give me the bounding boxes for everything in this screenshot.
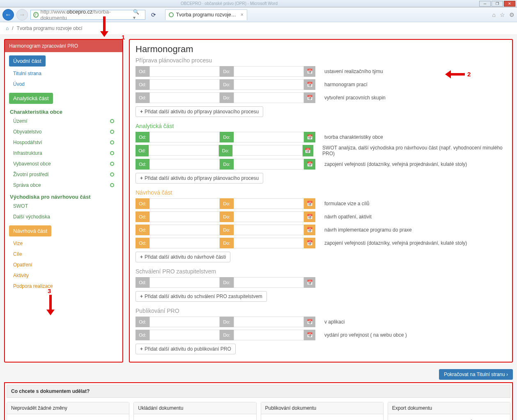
sidebar-badge-analytic[interactable]: Analytická část bbox=[9, 93, 53, 104]
sidebar-section-vychodiska: Východiska pro návrhovou část bbox=[5, 190, 122, 201]
input-do[interactable] bbox=[234, 330, 304, 340]
sidebar-item-navrh-2[interactable]: Opatření bbox=[5, 259, 122, 270]
window-titlebar: OBCEPRO · občanské právo (OPR) - Microso… bbox=[0, 0, 517, 7]
tools-icon[interactable]: ⚙ bbox=[509, 11, 515, 18]
continue-button[interactable]: Pokračovat na Titulní stranu › bbox=[439, 369, 513, 380]
add-activity-button-1[interactable]: Přidat další aktivitu do přípravy plánov… bbox=[136, 173, 263, 184]
input-od[interactable] bbox=[149, 277, 220, 288]
label-do: Do: bbox=[220, 225, 234, 235]
sidebar-item-char-6[interactable]: Správa obce bbox=[5, 180, 122, 190]
status-dot-icon bbox=[110, 130, 114, 134]
calendar-icon[interactable]: 📅 bbox=[303, 145, 314, 156]
sidebar-item-char-5[interactable]: Životní prostředí bbox=[5, 169, 122, 180]
sidebar-item-char-4[interactable]: Vybavenost obce bbox=[5, 158, 122, 169]
input-od[interactable] bbox=[149, 79, 220, 90]
bottom-panel: Co chcete s dokumentem udělat? Neprovádě… bbox=[4, 382, 513, 420]
calendar-icon[interactable]: 📅 bbox=[304, 330, 315, 340]
input-do[interactable] bbox=[234, 92, 304, 103]
close-button[interactable]: ✕ bbox=[504, 1, 515, 7]
breadcrumb-text[interactable]: Tvorba programu rozvoje obcí bbox=[17, 25, 83, 31]
calendar-icon[interactable]: 📅 bbox=[304, 159, 315, 170]
search-affordance[interactable]: 🔍 ▾ bbox=[133, 9, 142, 21]
label-od: Od: bbox=[136, 159, 149, 170]
card-title: Neprovádět žádné změny bbox=[7, 402, 129, 414]
page-title: Harmonogram bbox=[136, 44, 506, 55]
sidebar-badge-intro[interactable]: Úvodní část bbox=[9, 55, 46, 67]
sidebar-item-navrh-3[interactable]: Aktivity bbox=[5, 270, 122, 281]
address-bar[interactable]: http://www.obcepro.cz/tvorba-dokumentu 🔍… bbox=[30, 10, 145, 20]
calendar-icon[interactable]: 📅 bbox=[304, 277, 315, 288]
calendar-icon[interactable]: 📅 bbox=[304, 132, 315, 142]
calendar-icon[interactable]: 📅 bbox=[304, 225, 315, 235]
input-do[interactable] bbox=[234, 66, 304, 77]
sidebar-item-char-3[interactable]: Infrastruktura bbox=[5, 148, 122, 158]
label-do: Do: bbox=[220, 277, 234, 288]
favorites-icon[interactable]: ☆ bbox=[500, 11, 505, 18]
refresh-button[interactable]: ⟳ bbox=[148, 9, 159, 21]
sidebar-item-navrh-0[interactable]: Vize bbox=[5, 238, 122, 249]
sidebar-item-dalsi[interactable]: Další východiska bbox=[5, 211, 122, 222]
add-activity-button-4[interactable]: Přidat další aktivitu do publikování PRO bbox=[136, 344, 236, 354]
calendar-icon[interactable]: 📅 bbox=[304, 92, 315, 103]
home-icon[interactable]: ⌂ bbox=[492, 11, 496, 18]
input-do[interactable] bbox=[234, 132, 304, 142]
input-od[interactable] bbox=[149, 317, 220, 327]
sidebar-item-navrh-1[interactable]: Cíle bbox=[5, 249, 122, 259]
add-activity-button-3[interactable]: Přidat další aktivitu do schválení PRO z… bbox=[136, 291, 267, 302]
action-card-1: Ukládání dokumentuPo této akci bude Váš … bbox=[133, 402, 256, 420]
input-od[interactable] bbox=[149, 132, 220, 142]
input-do[interactable] bbox=[234, 198, 304, 209]
input-od[interactable] bbox=[149, 225, 220, 235]
add-activity-button-2[interactable]: Přidat další aktivitu do návrhové části bbox=[136, 252, 230, 262]
sidebar-item-char-2[interactable]: Hospodářství bbox=[5, 137, 122, 148]
calendar-icon[interactable]: 📅 bbox=[304, 211, 315, 222]
browser-tab[interactable]: Tvorba programu rozvoje o... × bbox=[165, 9, 247, 20]
row-desc: tvorba charakteristiky obce bbox=[315, 132, 383, 142]
forward-button[interactable]: → bbox=[16, 9, 28, 21]
input-od[interactable] bbox=[149, 211, 220, 222]
input-do[interactable] bbox=[234, 211, 304, 222]
sidebar-badge-navrh[interactable]: Návrhová část bbox=[9, 225, 51, 236]
add-activity-button-0[interactable]: Přidat další aktivitu do přípravy plánov… bbox=[136, 106, 263, 117]
calendar-icon[interactable]: 📅 bbox=[304, 79, 315, 90]
sidebar-item-swot[interactable]: SWOT bbox=[5, 201, 122, 211]
input-od[interactable] bbox=[149, 198, 220, 209]
bottom-header: Co chcete s dokumentem udělat? bbox=[7, 385, 510, 398]
input-do[interactable] bbox=[232, 145, 303, 156]
schedule-row: Od:Do:📅zapojení veřejnosti (dotazníky, v… bbox=[136, 159, 506, 170]
input-od[interactable] bbox=[149, 145, 219, 156]
sidebar-item-char-0[interactable]: Území bbox=[5, 116, 122, 126]
back-button[interactable]: ← bbox=[2, 9, 14, 21]
card-title: Ukládání dokumentu bbox=[134, 402, 256, 414]
maximize-button[interactable]: ❐ bbox=[492, 1, 503, 7]
sidebar-item-navrh-4[interactable]: Podpora realizace bbox=[5, 281, 122, 291]
label-od: Od: bbox=[136, 317, 149, 327]
tab-title: Tvorba programu rozvoje o... bbox=[176, 12, 237, 18]
minimize-button[interactable]: ─ bbox=[479, 1, 491, 7]
input-do[interactable] bbox=[234, 238, 304, 248]
sidebar-item-uvod[interactable]: Úvod bbox=[5, 79, 122, 90]
calendar-icon[interactable]: 📅 bbox=[304, 238, 315, 248]
input-od[interactable] bbox=[149, 159, 220, 170]
breadcrumb-home-icon[interactable]: ⌂ bbox=[6, 25, 9, 31]
input-od[interactable] bbox=[149, 92, 220, 103]
input-od[interactable] bbox=[149, 66, 220, 77]
main-panel: Harmonogram Příprava plánovacího procesu… bbox=[129, 39, 513, 363]
schedule-row: Od:Do:📅tvorba charakteristiky obce bbox=[136, 132, 506, 142]
input-od[interactable] bbox=[149, 330, 220, 340]
calendar-icon[interactable]: 📅 bbox=[304, 66, 315, 77]
input-od[interactable] bbox=[149, 238, 220, 248]
row-desc: návrh implementace programu do praxe bbox=[315, 225, 412, 235]
input-do[interactable] bbox=[234, 317, 304, 327]
sidebar-item-char-1[interactable]: Obyvatelstvo bbox=[5, 126, 122, 137]
calendar-icon[interactable]: 📅 bbox=[304, 198, 315, 209]
input-do[interactable] bbox=[234, 79, 304, 90]
tab-close-icon[interactable]: × bbox=[241, 12, 244, 18]
sidebar-item-titulni[interactable]: Titulní strana bbox=[5, 68, 122, 79]
calendar-icon[interactable]: 📅 bbox=[304, 317, 315, 327]
action-card-0: Neprovádět žádné změnyPo této akci nebud… bbox=[7, 402, 129, 420]
input-do[interactable] bbox=[234, 225, 304, 235]
input-do[interactable] bbox=[234, 159, 304, 170]
input-do[interactable] bbox=[234, 277, 304, 288]
label-do: Do: bbox=[220, 79, 234, 90]
